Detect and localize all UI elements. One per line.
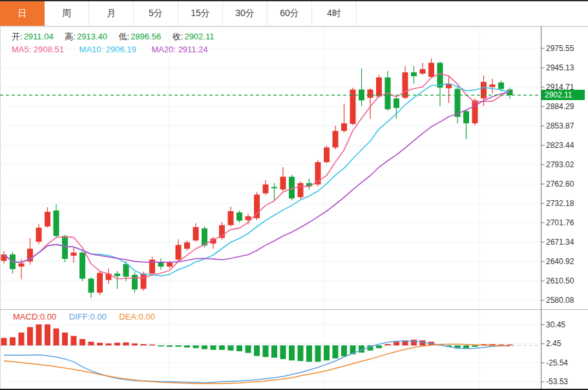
candlestick-chart-canvas[interactable] [0, 26, 588, 390]
open-value: 2911.04 [24, 32, 54, 41]
price-axis-label: 2793.02 [546, 160, 574, 169]
price-axis-label: 2823.44 [546, 141, 574, 150]
ma10-label: MA10: [79, 45, 104, 54]
macd-label: MACD: [13, 312, 40, 322]
tab-30min[interactable]: 30分 [223, 1, 268, 26]
close-label: 收: [173, 32, 184, 41]
price-axis-label: 2580.08 [546, 296, 574, 305]
macd-readout: MACD:0.00 DIFF:0.00 DEA:0.00 [13, 312, 165, 322]
ma20-label: MA20: [151, 45, 176, 54]
ma5-value: 2908.51 [34, 45, 64, 54]
price-axis-label: 2671.34 [546, 238, 574, 247]
price-axis-label: 2914.71 [546, 83, 574, 92]
price-axis-label: 2701.76 [546, 218, 574, 227]
diff-label: DIFF: [69, 312, 90, 322]
price-axis-label: 2884.29 [546, 102, 574, 111]
tab-monthly[interactable]: 月 [89, 1, 134, 26]
price-axis-label: 2853.87 [546, 121, 574, 130]
ma10-value: 2906.19 [106, 45, 136, 54]
period-tabbar: 日 周 月 5分 15分 30分 60分 4时 [0, 1, 588, 26]
tab-5min[interactable]: 5分 [134, 1, 178, 26]
chart-area[interactable]: 开:2911.04 高:2913.40 低:2896.56 收:2902.11 … [0, 26, 588, 390]
price-axis-label: 2640.92 [546, 257, 574, 266]
diff-value: 0.00 [90, 312, 106, 322]
trading-chart-app: 日 周 月 5分 15分 30分 60分 4时 开:2911.04 高:2913… [0, 0, 588, 390]
ohlc-readout: 开:2911.04 高:2913.40 低:2896.56 收:2902.11 [12, 31, 223, 43]
macd-axis-label: 30.45 [546, 320, 565, 329]
ma-readout: MA5: 2908.51 MA10: 2906.19 MA20: 2911.24 [12, 45, 221, 54]
close-value: 2902.11 [184, 32, 214, 41]
low-label: 低: [119, 32, 130, 41]
price-axis-label: 2732.18 [546, 199, 574, 208]
dea-value: 0.00 [139, 312, 155, 322]
macd-axis-label: -25.54 [546, 358, 568, 367]
macd-axis-label: -53.53 [546, 377, 568, 386]
price-axis-label: 2610.50 [546, 276, 574, 285]
price-axis-label: 2762.60 [546, 180, 574, 189]
tab-4hour[interactable]: 4时 [312, 1, 357, 26]
tab-60min[interactable]: 60分 [268, 1, 312, 26]
price-axis-label: 2975.55 [546, 44, 574, 53]
high-value: 2913.40 [77, 32, 107, 41]
tab-daily[interactable]: 日 [0, 1, 45, 26]
tab-15min[interactable]: 15分 [178, 1, 223, 26]
ma20-value: 2911.24 [178, 45, 208, 54]
high-label: 高: [65, 32, 76, 41]
tab-weekly[interactable]: 周 [45, 1, 89, 26]
macd-value: 0.00 [40, 312, 56, 322]
low-value: 2896.56 [131, 32, 161, 41]
ma5-label: MA5: [12, 45, 31, 54]
dea-label: DEA: [119, 312, 138, 322]
price-axis-label: 2945.13 [546, 63, 574, 72]
macd-axis-label: 2.45 [546, 339, 561, 348]
open-label: 开: [12, 32, 23, 41]
